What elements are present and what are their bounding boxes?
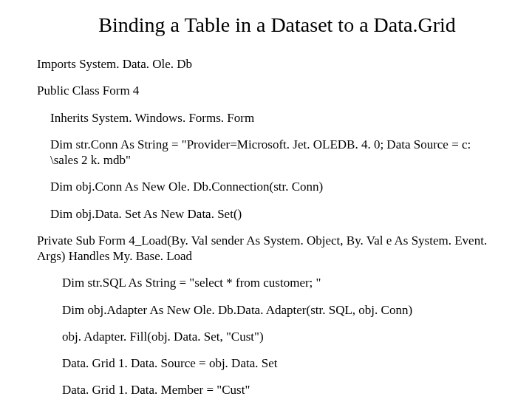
code-line: Data. Grid 1. Data. Member = "Cust" — [37, 382, 495, 398]
code-line: obj. Adapter. Fill(obj. Data. Set, "Cust… — [37, 329, 495, 344]
code-line: Dim str.Conn As String = "Provider=Micro… — [37, 137, 495, 168]
code-line: Inherits System. Windows. Forms. Form — [37, 110, 495, 126]
code-line: Data. Grid 1. Data. Source = obj. Data. … — [37, 355, 495, 371]
code-line: Dim obj.Adapter As New Ole. Db.Data. Ada… — [37, 302, 495, 318]
code-line: Dim obj.Conn As New Ole. Db.Connection(s… — [37, 179, 495, 194]
code-line: Dim str.SQL As String = "select * from c… — [37, 275, 495, 290]
code-line: Imports System. Data. Ole. Db — [37, 56, 495, 72]
page-title: Binding a Table in a Dataset to a Data.G… — [59, 13, 495, 37]
code-line: Private Sub Form 4_Load(By. Val sender A… — [37, 233, 495, 265]
code-line: Public Class Form 4 — [37, 83, 495, 98]
code-line: Dim obj.Data. Set As New Data. Set() — [37, 206, 495, 222]
